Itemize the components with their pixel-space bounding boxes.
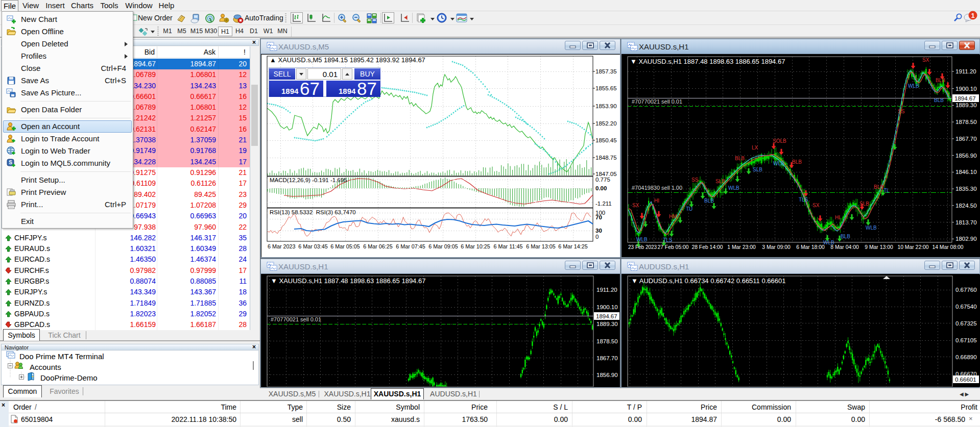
svg-text:6 Mar 06:25: 6 Mar 06:25: [363, 243, 393, 249]
svg-text:SLB: SLB: [715, 179, 725, 184]
svg-text:▼ AUDUSD.s,H1 0.66734 0.66742: ▼ AUDUSD.s,H1 0.66734 0.66742 0.66511 0.…: [631, 277, 785, 285]
svg-text:HM: HM: [669, 214, 677, 219]
svg-text:9 Mar 13:00: 9 Mar 13:00: [865, 244, 893, 250]
svg-text:▲ XAUUSD.s,M5 1894.15 1895.42: ▲ XAUUSD.s,M5 1894.15 1895.42 1893.92 18…: [270, 56, 425, 64]
svg-text:WLB: WLB: [866, 225, 877, 231]
svg-text:SOLB: SOLB: [773, 138, 786, 144]
svg-text:TLS: TLS: [663, 237, 673, 243]
svg-text:1911.20: 1911.20: [596, 287, 617, 293]
svg-text:BLB: BLB: [704, 198, 714, 204]
svg-text:SX: SX: [922, 57, 929, 63]
svg-text:S: S: [9, 160, 12, 165]
svg-text:RSI(13) 58.5332 RSI(3) 63,747: RSI(13) 58.5332 RSI(3) 63,7470: [270, 209, 356, 215]
svg-text:BLB: BLB: [735, 156, 745, 161]
svg-text:6 Mar 05:05: 6 Mar 05:05: [330, 243, 360, 249]
svg-text:1835.30: 1835.30: [955, 186, 977, 192]
svg-text:1856.90: 1856.90: [596, 372, 618, 378]
svg-text:1802.90: 1802.90: [955, 236, 977, 242]
svg-text:SX: SX: [632, 203, 639, 208]
svg-text:6 Mar 13:05: 6 Mar 13:05: [526, 243, 556, 249]
svg-text:-1.211: -1.211: [595, 200, 612, 207]
svg-text:1894.67: 1894.67: [954, 95, 976, 102]
svg-text:1848.75: 1848.75: [595, 155, 617, 161]
svg-text:1900.10: 1900.10: [596, 304, 618, 310]
svg-text:#70770021 sell 0.01: #70770021 sell 0.01: [632, 98, 682, 105]
svg-text:1850.45: 1850.45: [595, 137, 617, 143]
svg-text:0.67760: 0.67760: [955, 287, 977, 293]
svg-text:HI: HI: [654, 198, 659, 204]
svg-text:BLB: BLB: [874, 184, 883, 190]
svg-text:0.66601: 0.66601: [955, 376, 976, 383]
svg-text:1889.30: 1889.30: [596, 321, 618, 327]
svg-text:1900.10: 1900.10: [955, 86, 977, 92]
svg-text:10 Mar 22:00: 10 Mar 22:00: [897, 244, 928, 250]
svg-text:0.00: 0.00: [595, 185, 607, 191]
svg-text:6 Mar 03:45: 6 Mar 03:45: [298, 243, 328, 249]
svg-text:0.775: 0.775: [595, 177, 610, 183]
svg-text:1: 1: [971, 12, 974, 19]
svg-text:8 Mar 04:00: 8 Mar 04:00: [830, 244, 859, 250]
svg-text:1846.10: 1846.10: [955, 169, 977, 175]
svg-text:BLB: BLB: [792, 159, 802, 165]
svg-text:30: 30: [595, 228, 602, 234]
svg-text:23 Feb 2023: 23 Feb 2023: [628, 244, 657, 250]
svg-text:0.67325: 0.67325: [955, 320, 977, 326]
svg-text:SS: SS: [691, 177, 699, 183]
svg-text:3 Mar 09:00: 3 Mar 09:00: [762, 244, 791, 250]
svg-text:LX: LX: [752, 145, 758, 150]
svg-text:WLB: WLB: [728, 185, 739, 191]
svg-text:WLB: WLB: [773, 161, 784, 166]
svg-text:BLB: BLB: [841, 234, 850, 239]
svg-text:1813.70: 1813.70: [955, 219, 977, 225]
svg-text:SLB: SLB: [859, 201, 869, 207]
svg-text:1911.20: 1911.20: [955, 68, 976, 74]
svg-text:0.67540: 0.67540: [955, 304, 977, 310]
svg-text:0: 0: [595, 234, 599, 240]
svg-text:27 Feb 05:00: 27 Feb 05:00: [657, 244, 688, 250]
svg-text:1 Mar 23:00: 1 Mar 23:00: [727, 244, 756, 250]
svg-text:28 Feb 14:00: 28 Feb 14:00: [691, 244, 723, 250]
svg-text:TU: TU: [686, 206, 692, 212]
svg-text:6 Mar 2023: 6 Mar 2023: [268, 243, 296, 249]
svg-text:6 Mar 09:05: 6 Mar 09:05: [428, 243, 458, 249]
svg-text:1855.65: 1855.65: [595, 85, 617, 91]
svg-text:SS: SS: [898, 109, 905, 114]
svg-text:BLB: BLB: [936, 78, 945, 83]
svg-text:1867.70: 1867.70: [596, 355, 618, 361]
svg-text:1878.50: 1878.50: [596, 338, 618, 344]
svg-text:70: 70: [595, 214, 602, 220]
svg-text:1867.70: 1867.70: [955, 136, 977, 142]
svg-text:6 Mar 07:45: 6 Mar 07:45: [396, 243, 425, 249]
svg-text:1857.35: 1857.35: [595, 68, 617, 74]
svg-text:MACD(12,26,9) -0.191 -1.695: MACD(12,26,9) -0.191 -1.695: [270, 177, 347, 183]
svg-text:TLS: TLS: [799, 197, 808, 203]
svg-text:1856.90: 1856.90: [955, 153, 977, 159]
svg-text:WLB: WLB: [908, 83, 919, 89]
svg-text:6 Mar 18:00: 6 Mar 18:00: [796, 244, 825, 250]
svg-text:1852.20: 1852.20: [595, 120, 617, 127]
svg-text:6 Mar 14:25: 6 Mar 14:25: [558, 243, 588, 249]
svg-text:1889.30: 1889.30: [955, 102, 977, 108]
svg-text:WLB: WLB: [636, 237, 648, 242]
svg-text:▼ XAUUSD.s,H1 1887.48 1898.63: ▼ XAUUSD.s,H1 1887.48 1898.63 1886.65 18…: [271, 277, 425, 285]
svg-text:SLB: SLB: [753, 167, 762, 172]
svg-text:▼ XAUUSD.s,H1 1887.48 1898.63: ▼ XAUUSD.s,H1 1887.48 1898.63 1886.65 18…: [630, 58, 785, 65]
svg-text:14 Mar 08:00: 14 Mar 08:00: [932, 244, 963, 250]
svg-text:0.67105: 0.67105: [955, 337, 977, 343]
svg-text:0.66890: 0.66890: [955, 354, 977, 360]
svg-text:HI: HI: [835, 215, 840, 220]
svg-text:6 Mar 10:25: 6 Mar 10:25: [461, 243, 490, 249]
svg-text:1824.50: 1824.50: [955, 203, 977, 209]
svg-text:#70770021 sell 0.01: #70770021 sell 0.01: [271, 316, 321, 322]
svg-text:6 Mar 11:45: 6 Mar 11:45: [494, 243, 523, 249]
svg-text:#70419830 sell 1.00: #70419830 sell 1.00: [632, 185, 682, 191]
svg-text:SX: SX: [812, 203, 820, 208]
svg-text:1878.50: 1878.50: [955, 119, 977, 125]
svg-text:1894.67: 1894.67: [596, 313, 617, 319]
svg-text:1853.90: 1853.90: [595, 103, 617, 109]
